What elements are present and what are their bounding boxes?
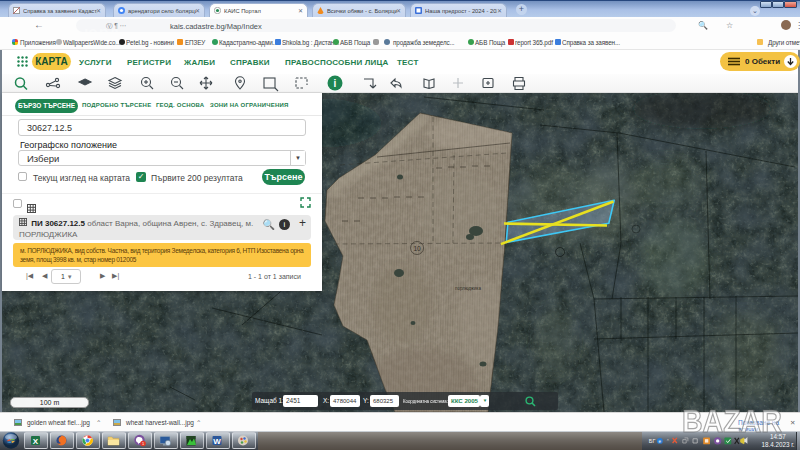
- svg-text:e: e: [659, 439, 662, 444]
- svg-text:X: X: [33, 437, 39, 446]
- svg-text:БГ: БГ: [649, 438, 656, 444]
- svg-text:W: W: [213, 437, 221, 446]
- svg-text:10: 10: [413, 245, 421, 252]
- svg-text:⌃: ⌃: [666, 438, 670, 444]
- svg-text:i: i: [334, 78, 337, 89]
- svg-text:порлюджика: порлюджика: [455, 286, 481, 291]
